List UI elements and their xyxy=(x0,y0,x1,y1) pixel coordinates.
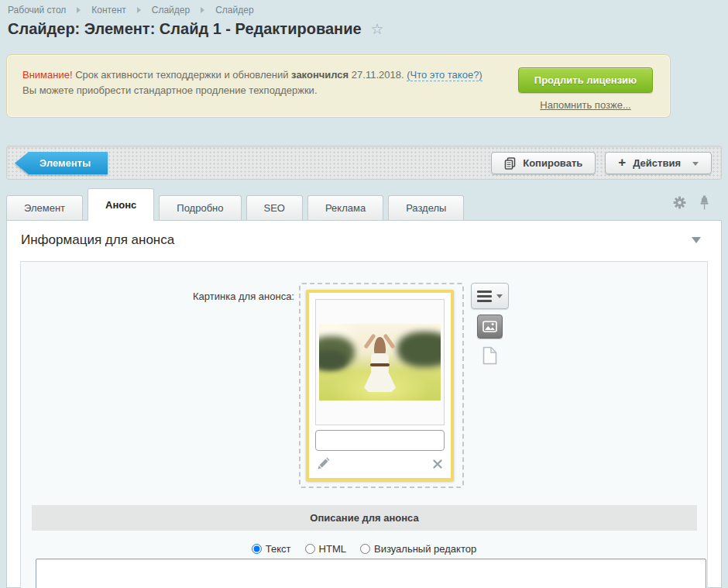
breadcrumb-item-slider2[interactable]: Слайдер xyxy=(215,5,253,15)
gear-icon[interactable] xyxy=(673,196,686,209)
announce-image-preview[interactable] xyxy=(319,324,441,401)
remind-later-link[interactable]: Напомнить позже... xyxy=(540,99,630,111)
title-row: Слайдер: Элемент: Слайд 1 - Редактирован… xyxy=(8,20,384,38)
image-menu-button[interactable] xyxy=(471,283,509,309)
warning-message: Срок активности техподдержки и обновлени… xyxy=(75,69,288,81)
tab-seo[interactable]: SEO xyxy=(246,195,303,221)
chevron-right-icon xyxy=(77,7,81,13)
license-banner-actions: Продлить лицензию Напомнить позже... xyxy=(512,67,659,106)
copy-button-label: Копировать xyxy=(523,157,582,169)
image-card xyxy=(306,290,454,481)
radio-html[interactable]: HTML xyxy=(305,543,346,555)
chevron-down-icon[interactable] xyxy=(692,237,701,243)
back-to-elements-button[interactable]: Элементы xyxy=(15,152,108,174)
radio-visual-editor-input[interactable] xyxy=(360,544,370,554)
pencil-icon[interactable] xyxy=(317,457,330,470)
breadcrumb-item-content[interactable]: Контент xyxy=(91,5,125,15)
hamburger-icon xyxy=(477,291,492,302)
section-title: Информация для анонса xyxy=(21,232,174,248)
image-actions xyxy=(315,457,445,470)
chevron-right-icon xyxy=(201,7,204,13)
image-icon xyxy=(482,321,497,332)
warning-emphasis: закончился xyxy=(291,69,349,81)
license-warning-text: Внимание! Срок активности техподдержки и… xyxy=(22,67,482,106)
warning-label: Внимание! xyxy=(22,69,73,81)
what-is-this-link[interactable]: (Что это такое?) xyxy=(407,69,482,81)
image-side-buttons xyxy=(471,283,509,365)
tabs-row: Элемент Анонс Подробно SEO Реклама Разде… xyxy=(6,188,722,221)
breadcrumb-item-slider[interactable]: Слайдер xyxy=(152,5,190,15)
radio-html-label: HTML xyxy=(319,543,346,555)
copy-icon xyxy=(504,157,516,170)
radio-html-input[interactable] xyxy=(305,544,315,554)
document-icon[interactable] xyxy=(482,346,497,365)
description-textarea[interactable] xyxy=(36,559,706,588)
tab-tools xyxy=(673,195,722,210)
announce-form-body: Картинка для анонса: xyxy=(20,261,708,588)
tab-sections[interactable]: Разделы xyxy=(388,195,464,221)
image-drop-zone[interactable] xyxy=(299,283,464,488)
chevron-down-icon xyxy=(496,294,503,301)
radio-text-input[interactable] xyxy=(252,544,262,554)
toolbar-actions: Копировать + Действия xyxy=(491,152,712,174)
chevron-right-icon xyxy=(137,7,141,13)
close-icon[interactable] xyxy=(432,459,443,469)
description-header-bar: Описание для анонса xyxy=(32,505,697,531)
open-image-button[interactable] xyxy=(477,315,503,339)
actions-button[interactable]: + Действия xyxy=(605,152,712,174)
copy-button[interactable]: Копировать xyxy=(491,152,596,174)
bitrix-admin-page: Рабочий стол Контент Слайдер Слайдер Сла… xyxy=(0,0,728,588)
announce-image-label: Картинка для анонса: xyxy=(21,291,299,488)
announce-image-field xyxy=(299,283,509,488)
radio-visual-editor-label: Визуальный редактор xyxy=(374,543,476,555)
page-title: Слайдер: Элемент: Слайд 1 - Редактирован… xyxy=(8,20,362,38)
breadcrumb-item-desktop[interactable]: Рабочий стол xyxy=(8,5,66,15)
section-header: Информация для анонса xyxy=(7,221,721,257)
radio-text-label: Текст xyxy=(266,543,291,555)
license-warning-banner: Внимание! Срок активности техподдержки и… xyxy=(6,54,671,118)
announce-image-row: Картинка для анонса: xyxy=(21,262,707,488)
breadcrumb: Рабочий стол Контент Слайдер Слайдер xyxy=(8,5,254,15)
renew-license-button[interactable]: Продлить лицензию xyxy=(518,67,653,93)
tab-detail[interactable]: Подробно xyxy=(159,195,241,221)
star-icon[interactable]: ☆ xyxy=(371,22,384,36)
photo-trees-right xyxy=(397,332,441,367)
photo-woman-belt xyxy=(370,363,390,366)
actions-button-label: Действия xyxy=(633,157,681,169)
plus-icon: + xyxy=(618,156,626,169)
chevron-down-icon xyxy=(692,162,699,169)
tab-announce[interactable]: Анонс xyxy=(88,188,154,221)
toolbar-strip: Элементы Копировать + Действия xyxy=(6,146,722,180)
announce-image-frame[interactable] xyxy=(315,299,445,425)
pin-icon[interactable] xyxy=(699,195,709,210)
warning-message-line2: Вы можете приобрести стандартное продлен… xyxy=(22,84,318,96)
warning-date: 27.11.2018. xyxy=(352,69,404,81)
radio-text[interactable]: Текст xyxy=(252,543,291,555)
tab-element[interactable]: Элемент xyxy=(6,195,83,221)
image-description-input[interactable] xyxy=(315,430,445,451)
edit-form-panel: Информация для анонса Картинка для анонс… xyxy=(6,220,722,588)
radio-visual-editor[interactable]: Визуальный редактор xyxy=(360,543,476,555)
tab-ads[interactable]: Реклама xyxy=(307,195,383,221)
editor-mode-radios: Текст HTML Визуальный редактор xyxy=(21,543,707,555)
